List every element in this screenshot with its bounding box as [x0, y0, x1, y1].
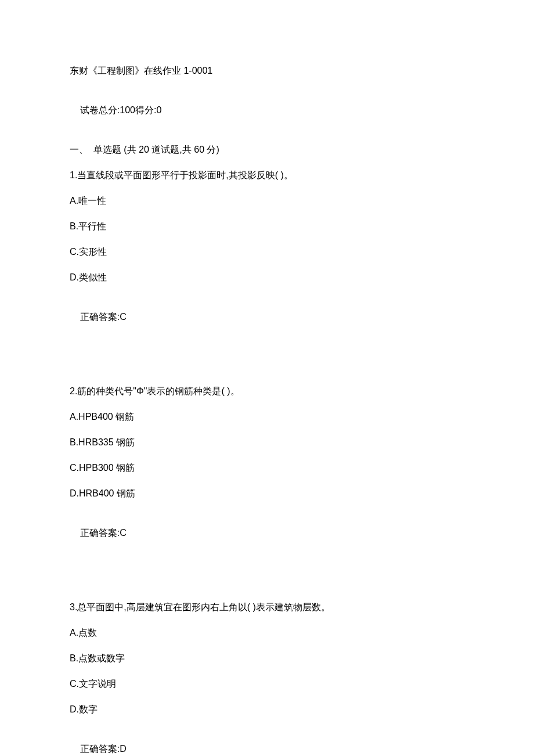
question-option: D.类似性: [70, 271, 464, 285]
question-option: B.平行性: [70, 219, 464, 233]
question-option: C.实形性: [70, 245, 464, 259]
question-answer: 正确答案:C: [70, 296, 464, 338]
question-option: A.HPB400 钢筋: [70, 410, 464, 424]
document-page: 东财《工程制图》在线作业 1-0001 试卷总分:100得分:0 一、 单选题 …: [0, 0, 534, 756]
answer-label: 正确答案:: [80, 528, 120, 538]
score-summary: 试卷总分:100得分:0: [70, 89, 464, 131]
question-option: D.数字: [70, 703, 464, 717]
question-option: D.HRB400 钢筋: [70, 487, 464, 501]
answer-label: 正确答案:: [80, 312, 120, 322]
question-stem: 1.当直线段或平面图形平行于投影面时,其投影反映( )。: [70, 168, 464, 182]
spacer: [70, 566, 464, 600]
total-score-label: 试卷总分:: [80, 105, 120, 115]
question-option: A.点数: [70, 626, 464, 640]
question-option: A.唯一性: [70, 194, 464, 208]
answer-label: 正确答案:: [80, 744, 120, 754]
question-stem: 2.筋的种类代号"Φ"表示的钢筋种类是( )。: [70, 384, 464, 398]
question-option: C.HPB300 钢筋: [70, 461, 464, 475]
total-score-value: 100: [120, 105, 135, 115]
answer-value: D: [120, 744, 127, 754]
obtained-score-label: 得分:: [135, 105, 156, 115]
document-title: 东财《工程制图》在线作业 1-0001: [70, 64, 464, 78]
obtained-score-value: 0: [156, 105, 161, 115]
question-option: B.点数或数字: [70, 651, 464, 665]
question-answer: 正确答案:C: [70, 512, 464, 554]
spacer: [70, 350, 464, 384]
question-option: C.文字说明: [70, 677, 464, 691]
question-option: B.HRB335 钢筋: [70, 435, 464, 449]
question-answer: 正确答案:D: [70, 728, 464, 756]
section-heading: 一、 单选题 (共 20 道试题,共 60 分): [70, 143, 464, 157]
question-stem: 3.总平面图中,高层建筑宜在图形内右上角以( )表示建筑物层数。: [70, 600, 464, 614]
answer-value: C: [120, 312, 127, 322]
answer-value: C: [120, 528, 127, 538]
